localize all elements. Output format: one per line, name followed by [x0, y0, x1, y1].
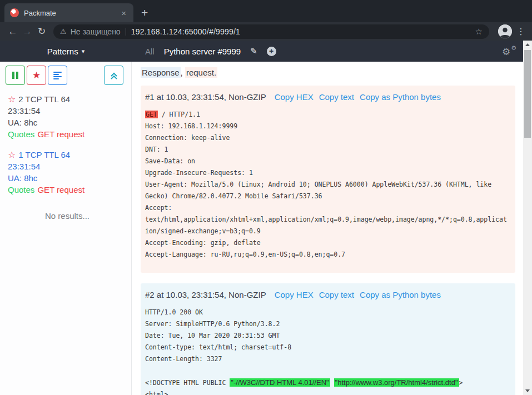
browser-tab-strip: Packmate × +	[0, 0, 532, 22]
back-icon[interactable]: ←	[6, 27, 20, 36]
scroll-up-button[interactable]	[523, 41, 532, 49]
stream-user-agent: UA: 8hc	[8, 117, 127, 128]
packet-meta: #2 at 10.03, 23:31:54, Non-GZIP	[145, 289, 266, 301]
matched-pattern-highlight: "http://www.w3.org/TR/html4/strict.dtd"	[334, 378, 459, 387]
collapse-sidebar-button[interactable]	[104, 66, 123, 85]
packet-card-response: #2 at 10.03, 23:31:54, Non-GZIP Copy HEX…	[141, 283, 515, 395]
bookmark-star-icon[interactable]: ☆	[475, 27, 483, 37]
triangle-down-icon	[525, 389, 530, 392]
packmate-favicon-icon	[10, 8, 19, 17]
triangle-up-icon	[525, 43, 530, 46]
copy-python-link[interactable]: Copy as Python bytes	[360, 91, 441, 103]
browser-tab[interactable]: Packmate ×	[4, 3, 133, 22]
tab-all-services[interactable]: All	[145, 47, 155, 56]
stream-item[interactable]: ☆ 2 TCP TTL 64 23:31:54 UA: 8hc QuotesGE…	[8, 93, 127, 140]
copy-hex-link[interactable]: Copy HEX	[275, 91, 314, 103]
omnibox-divider	[126, 28, 126, 36]
pause-icon	[12, 72, 18, 79]
stream-user-agent: UA: 8hc	[8, 172, 127, 184]
stream-time: 23:31:54	[8, 105, 127, 117]
reload-icon[interactable]: ↻	[34, 27, 49, 36]
matched-pattern-highlight: "-//W3C//DTD HTML 4.01//EN"	[230, 378, 330, 387]
settings-gears-icon[interactable]: ⚙ ⚙	[502, 46, 516, 57]
tab-title: Packmate	[24, 9, 120, 17]
favorites-filter-button[interactable]: ★	[27, 66, 46, 85]
stream-list: ☆ 2 TCP TTL 64 23:31:54 UA: 8hc QuotesGE…	[0, 85, 131, 222]
tab-close-icon[interactable]: ×	[120, 8, 128, 18]
matched-pattern-highlight: GET	[145, 111, 158, 118]
legend-request: request.	[185, 67, 217, 78]
edit-service-icon[interactable]: ✎	[250, 46, 257, 56]
copy-python-link[interactable]: Copy as Python bytes	[360, 289, 441, 301]
url-text[interactable]: 192.168.1.124:65000/#/9999/1	[131, 27, 471, 36]
copy-text-link[interactable]: Copy text	[319, 289, 354, 301]
patterns-label: Patterns	[47, 47, 78, 56]
app-header: Patterns ▾ All Python server #9999 ✎ + ⚙…	[0, 41, 532, 62]
packet-card-header: #1 at 10.03, 23:31:54, Non-GZIP Copy HEX…	[145, 91, 511, 103]
packet-body: GET / HTTP/1.1 Host: 192.168.1.124:9999 …	[145, 109, 511, 261]
stream-item-selected[interactable]: ☆ 1 TCP TTL 64 23:31:54 UA: 8hc QuotesGE…	[8, 149, 127, 196]
packet-meta: #1 at 10.03, 23:31:54, Non-GZIP	[145, 91, 266, 103]
browser-toolbar: ← → ↻ ⚠ Не защищено 192.168.1.124:65000/…	[0, 22, 532, 41]
new-tab-button[interactable]: +	[141, 7, 148, 18]
person-icon	[498, 24, 512, 38]
packet-card-header: #2 at 10.03, 23:31:54, Non-GZIP Copy HEX…	[145, 289, 511, 301]
tab-current-service[interactable]: Python server #9999	[164, 47, 241, 56]
pause-capture-button[interactable]	[6, 66, 25, 85]
packet-body: HTTP/1.0 200 OK Server: SimpleHTTP/0.6 P…	[145, 307, 511, 395]
pattern-quotes-label: Quotes	[8, 185, 34, 194]
stream-found-patterns: QuotesGET request	[8, 184, 127, 196]
scrollbar-thumb[interactable]	[524, 50, 531, 138]
scroll-down-button[interactable]	[523, 387, 532, 395]
stream-sidebar: ★ ☆ 2 TCP TTL 64 23:31:54 UA: 8hc	[0, 62, 132, 395]
packet-view: Response, request. #1 at 10.03, 23:31:54…	[132, 62, 532, 395]
add-service-icon[interactable]: +	[267, 47, 276, 56]
sidebar-toolbar: ★	[0, 66, 131, 85]
not-secure-warning-icon[interactable]: ⚠	[60, 27, 67, 36]
copy-hex-link[interactable]: Copy HEX	[275, 289, 314, 301]
page-scrollbar[interactable]	[523, 41, 532, 395]
address-bar[interactable]: ⚠ Не защищено 192.168.1.124:65000/#/9999…	[53, 24, 489, 39]
pattern-get-request-label: GET request	[37, 129, 84, 139]
browser-menu-icon[interactable]: ⋮	[515, 26, 526, 37]
stream-title: 1 TCP TTL 64	[18, 149, 70, 161]
profile-avatar[interactable]	[498, 24, 512, 38]
stream-found-patterns: QuotesGET request	[8, 128, 127, 140]
stream-title: 2 TCP TTL 64	[18, 93, 70, 105]
double-chevron-up-icon	[110, 72, 118, 79]
chevron-down-icon: ▾	[82, 48, 85, 55]
no-results-label: No results...	[8, 210, 127, 222]
forward-icon[interactable]: →	[20, 27, 34, 36]
patterns-dropdown[interactable]: Patterns ▾	[0, 47, 132, 56]
copy-text-link[interactable]: Copy text	[319, 91, 354, 103]
pattern-legend: Response, request.	[141, 67, 515, 78]
align-left-icon	[53, 71, 62, 81]
favorite-star-icon[interactable]: ☆	[8, 95, 16, 104]
pattern-quotes-label: Quotes	[8, 129, 34, 139]
security-label: Не защищено	[71, 27, 121, 36]
list-view-button[interactable]	[48, 66, 67, 85]
favorite-star-icon[interactable]: ☆	[8, 151, 16, 159]
packet-card-request: #1 at 10.03, 23:31:54, Non-GZIP Copy HEX…	[141, 86, 515, 273]
star-icon: ★	[32, 69, 41, 81]
legend-response: Response	[141, 67, 181, 78]
pattern-get-request-label: GET request	[37, 185, 84, 194]
stream-time: 23:31:54	[8, 161, 127, 172]
